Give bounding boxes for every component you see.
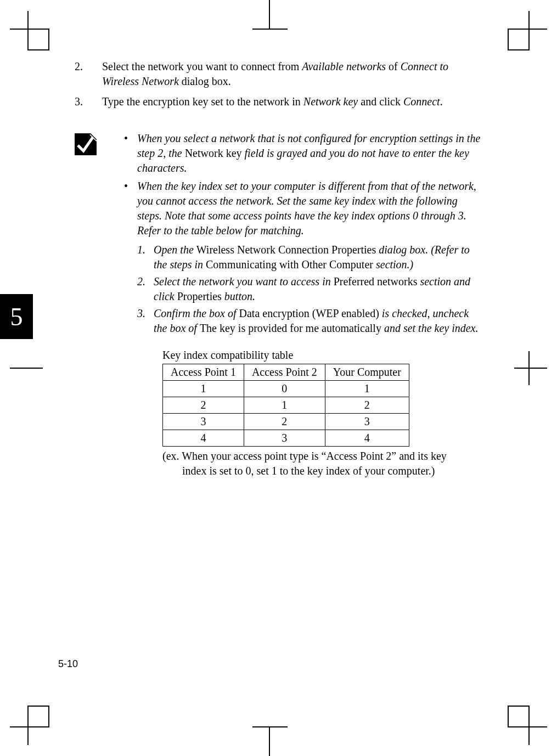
sub-step-2: 2. Select the network you want to access… (137, 274, 481, 304)
key-index-table: Access Point 1 Access Point 2 Your Compu… (162, 364, 409, 447)
table-cell: 3 (325, 414, 409, 430)
step-number: 2. (75, 59, 102, 89)
step-body: Select the network you want to connect f… (102, 59, 481, 89)
sub-step-3: 3. Confirm the box of Data encryption (W… (137, 306, 481, 336)
table-row: 1 0 1 (163, 381, 409, 397)
table-row: 3 2 3 (163, 414, 409, 430)
table-example: (ex. When your access point type is “Acc… (162, 449, 481, 478)
page-content: 2. Select the network you want to connec… (75, 59, 481, 478)
text-italic: Connect (403, 95, 440, 108)
table-cell: 1 (325, 381, 409, 397)
text: Properties (177, 290, 222, 302)
table-cell: 4 (325, 430, 409, 447)
text: Communicating with Other Computer (206, 258, 373, 270)
sub-step-body: Select the network you want to access in… (154, 274, 481, 304)
chapter-tab: 5 (0, 294, 33, 339)
table-cell: 3 (163, 414, 244, 430)
note-bullet-2: • When the key index set to your compute… (124, 179, 481, 238)
sub-step-body: Open the Wireless Network Connection Pro… (154, 242, 481, 272)
note-content: • When you select a network that is not … (124, 131, 481, 478)
table-row: 2 1 2 (163, 397, 409, 414)
text: Select the network you want to connect f… (102, 60, 302, 72)
table-cell: 2 (244, 414, 325, 430)
table-header-row: Access Point 1 Access Point 2 Your Compu… (163, 364, 409, 381)
note-block: • When you select a network that is not … (75, 131, 481, 478)
text: . (440, 95, 443, 108)
text-italic: and set the key index. (381, 322, 479, 334)
text: of (386, 60, 401, 72)
table-cell: 2 (163, 397, 244, 414)
sub-step-number: 3. (137, 306, 154, 336)
text: and click (358, 95, 403, 108)
text: Wireless Network Connection Properties (196, 244, 376, 256)
text-italic: Available networks (302, 60, 386, 72)
checkmark-note-icon (75, 133, 97, 155)
sub-step-number: 2. (137, 274, 154, 304)
text-italic: section.) (373, 258, 413, 270)
table-header: Access Point 2 (244, 364, 325, 381)
step-body: Type the encryption key set to the netwo… (102, 94, 481, 109)
table-cell: 3 (244, 430, 325, 447)
text-italic: Confirm the box of (154, 307, 239, 319)
sub-step-1: 1. Open the Wireless Network Connection … (137, 242, 481, 272)
table-cell: 1 (163, 381, 244, 397)
text: Type the encryption key set to the netwo… (102, 95, 303, 108)
text: dialog box. (179, 75, 231, 87)
note-bullet-1: • When you select a network that is not … (124, 131, 481, 176)
text: Preferred networks (334, 275, 418, 287)
text-italic: Select the network you want to access in (154, 275, 334, 287)
sub-step-body: Confirm the box of Data encryption (WEP … (154, 306, 481, 336)
table-cell: 2 (325, 397, 409, 414)
text: Data encryption (WEP enabled) (239, 307, 379, 319)
bullet-dot: • (124, 179, 137, 238)
step-2: 2. Select the network you want to connec… (75, 59, 481, 89)
chapter-number: 5 (10, 302, 23, 331)
text: (ex. When your access point type is “Acc… (162, 450, 447, 462)
bullet-dot: • (124, 131, 137, 176)
page-number: 5-10 (58, 658, 78, 670)
text-italic: button. (222, 290, 255, 302)
key-index-table-wrap: Key index compatibility table Access Poi… (162, 348, 481, 478)
table-header: Access Point 1 (163, 364, 244, 381)
text-italic: Network key (303, 95, 358, 108)
table-cell: 4 (163, 430, 244, 447)
sub-steps: 1. Open the Wireless Network Connection … (137, 242, 481, 336)
sub-step-number: 1. (137, 242, 154, 272)
text: index is set to 0, set 1 to the key inde… (182, 464, 435, 478)
step-3: 3. Type the encryption key set to the ne… (75, 94, 481, 109)
bullet-text: When the key index set to your computer … (137, 179, 481, 238)
table-header: Your Computer (325, 364, 409, 381)
text: Network key (185, 147, 242, 159)
table-caption: Key index compatibility table (162, 348, 481, 363)
table-row: 4 3 4 (163, 430, 409, 447)
text-italic: Open the (154, 244, 196, 256)
table-cell: 0 (244, 381, 325, 397)
text: The key is provided for me automatically (200, 322, 381, 334)
bullet-text: When you select a network that is not co… (137, 131, 481, 176)
step-number: 3. (75, 94, 102, 109)
table-cell: 1 (244, 397, 325, 414)
